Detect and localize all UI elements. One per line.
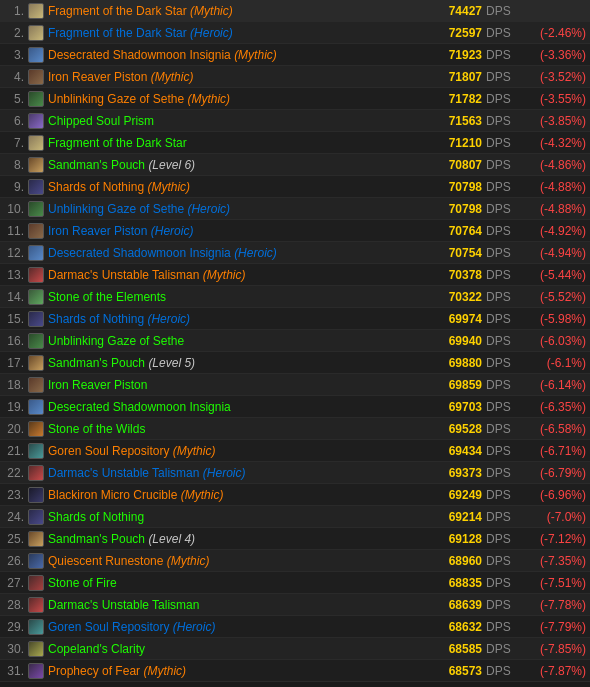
dps-value: 70798: [422, 180, 482, 194]
item-icon: [28, 157, 44, 173]
rank-number: 20.: [4, 422, 28, 436]
table-row[interactable]: 21. Goren Soul Repository (Mythic) 69434…: [0, 440, 590, 462]
table-row[interactable]: 14. Stone of the Elements 70322 DPS (-5.…: [0, 286, 590, 308]
dps-value: 69859: [422, 378, 482, 392]
table-row[interactable]: 15. Shards of Nothing (Heroic) 69974 DPS…: [0, 308, 590, 330]
dps-label: DPS: [486, 312, 516, 326]
rank-number: 17.: [4, 356, 28, 370]
rank-number: 16.: [4, 334, 28, 348]
table-row[interactable]: 28. Darmac's Unstable Talisman 68639 DPS…: [0, 594, 590, 616]
table-row[interactable]: 25. Sandman's Pouch (Level 4) 69128 DPS …: [0, 528, 590, 550]
table-row[interactable]: 30. Copeland's Clarity 68585 DPS (-7.85%…: [0, 638, 590, 660]
table-row[interactable]: 6. Chipped Soul Prism 71563 DPS (-3.85%): [0, 110, 590, 132]
table-row[interactable]: 10. Unblinking Gaze of Sethe (Heroic) 70…: [0, 198, 590, 220]
table-row[interactable]: 13. Darmac's Unstable Talisman (Mythic) …: [0, 264, 590, 286]
table-row[interactable]: 8. Sandman's Pouch (Level 6) 70807 DPS (…: [0, 154, 590, 176]
dps-value: 69940: [422, 334, 482, 348]
dps-diff: (-4.88%): [516, 202, 586, 216]
item-icon: [28, 289, 44, 305]
dps-diff: (-7.12%): [516, 532, 586, 546]
item-icon: [28, 333, 44, 349]
item-name: Iron Reaver Piston (Heroic): [48, 224, 422, 238]
dps-diff: (-3.85%): [516, 114, 586, 128]
dps-label: DPS: [486, 356, 516, 370]
table-row[interactable]: 31. Prophecy of Fear (Mythic) 68573 DPS …: [0, 660, 590, 682]
table-row[interactable]: 26. Quiescent Runestone (Mythic) 68960 D…: [0, 550, 590, 572]
rank-number: 6.: [4, 114, 28, 128]
dps-value: 68585: [422, 642, 482, 656]
dps-value: 70764: [422, 224, 482, 238]
rank-number: 11.: [4, 224, 28, 238]
table-row[interactable]: 9. Shards of Nothing (Mythic) 70798 DPS …: [0, 176, 590, 198]
item-name: Darmac's Unstable Talisman (Mythic): [48, 268, 422, 282]
rank-number: 8.: [4, 158, 28, 172]
dps-label: DPS: [486, 444, 516, 458]
rank-number: 5.: [4, 92, 28, 106]
table-row[interactable]: 22. Darmac's Unstable Talisman (Heroic) …: [0, 462, 590, 484]
table-row[interactable]: 19. Desecrated Shadowmoon Insignia 69703…: [0, 396, 590, 418]
table-row[interactable]: 18. Iron Reaver Piston 69859 DPS (-6.14%…: [0, 374, 590, 396]
table-row[interactable]: 23. Blackiron Micro Crucible (Mythic) 69…: [0, 484, 590, 506]
dps-diff: (-7.85%): [516, 642, 586, 656]
item-icon: [28, 487, 44, 503]
dps-label: DPS: [486, 532, 516, 546]
item-icon: [28, 443, 44, 459]
dps-label: DPS: [486, 224, 516, 238]
item-name: Desecrated Shadowmoon Insignia (Heroic): [48, 246, 422, 260]
dps-diff: (-6.79%): [516, 466, 586, 480]
table-row[interactable]: 27. Stone of Fire 68835 DPS (-7.51%): [0, 572, 590, 594]
dps-label: DPS: [486, 422, 516, 436]
item-icon: [28, 619, 44, 635]
dps-diff: (-4.94%): [516, 246, 586, 260]
item-icon: [28, 553, 44, 569]
rank-number: 23.: [4, 488, 28, 502]
rank-number: 3.: [4, 48, 28, 62]
table-row[interactable]: 11. Iron Reaver Piston (Heroic) 70764 DP…: [0, 220, 590, 242]
dps-label: DPS: [486, 246, 516, 260]
table-row[interactable]: 7. Fragment of the Dark Star 71210 DPS (…: [0, 132, 590, 154]
dps-label: DPS: [486, 4, 516, 18]
dps-value: 71923: [422, 48, 482, 62]
dps-label: DPS: [486, 158, 516, 172]
table-row[interactable]: 20. Stone of the Wilds 69528 DPS (-6.58%…: [0, 418, 590, 440]
table-row[interactable]: 29. Goren Soul Repository (Heroic) 68632…: [0, 616, 590, 638]
table-row[interactable]: 5. Unblinking Gaze of Sethe (Mythic) 717…: [0, 88, 590, 110]
dps-value: 74427: [422, 4, 482, 18]
item-icon: [28, 25, 44, 41]
dps-label: DPS: [486, 180, 516, 194]
table-row[interactable]: 17. Sandman's Pouch (Level 5) 69880 DPS …: [0, 352, 590, 374]
rank-number: 25.: [4, 532, 28, 546]
dps-value: 68835: [422, 576, 482, 590]
table-row[interactable]: 24. Shards of Nothing 69214 DPS (-7.0%): [0, 506, 590, 528]
rank-number: 13.: [4, 268, 28, 282]
table-row[interactable]: 2. Fragment of the Dark Star (Heroic) 72…: [0, 22, 590, 44]
table-row[interactable]: 12. Desecrated Shadowmoon Insignia (Hero…: [0, 242, 590, 264]
item-name: Desecrated Shadowmoon Insignia (Mythic): [48, 48, 422, 62]
table-row[interactable]: 1. Fragment of the Dark Star (Mythic) 74…: [0, 0, 590, 22]
dps-value: 70798: [422, 202, 482, 216]
item-name: Darmac's Unstable Talisman: [48, 598, 422, 612]
rank-number: 2.: [4, 26, 28, 40]
rank-number: 21.: [4, 444, 28, 458]
dps-label: DPS: [486, 26, 516, 40]
dps-label: DPS: [486, 576, 516, 590]
rank-number: 27.: [4, 576, 28, 590]
dps-value: 69528: [422, 422, 482, 436]
rank-number: 31.: [4, 664, 28, 678]
table-row[interactable]: 16. Unblinking Gaze of Sethe 69940 DPS (…: [0, 330, 590, 352]
table-row[interactable]: 3. Desecrated Shadowmoon Insignia (Mythi…: [0, 44, 590, 66]
item-name: Stone of Fire: [48, 576, 422, 590]
dps-diff: (-7.0%): [516, 510, 586, 524]
rank-number: 9.: [4, 180, 28, 194]
table-row[interactable]: 4. Iron Reaver Piston (Mythic) 71807 DPS…: [0, 66, 590, 88]
item-name: Darmac's Unstable Talisman (Heroic): [48, 466, 422, 480]
dps-label: DPS: [486, 620, 516, 634]
dps-value: 69214: [422, 510, 482, 524]
item-icon: [28, 245, 44, 261]
dps-label: DPS: [486, 48, 516, 62]
rank-number: 15.: [4, 312, 28, 326]
rank-number: 30.: [4, 642, 28, 656]
item-name: Copeland's Clarity: [48, 642, 422, 656]
item-name: Sandman's Pouch (Level 4): [48, 532, 422, 546]
dps-label: DPS: [486, 202, 516, 216]
